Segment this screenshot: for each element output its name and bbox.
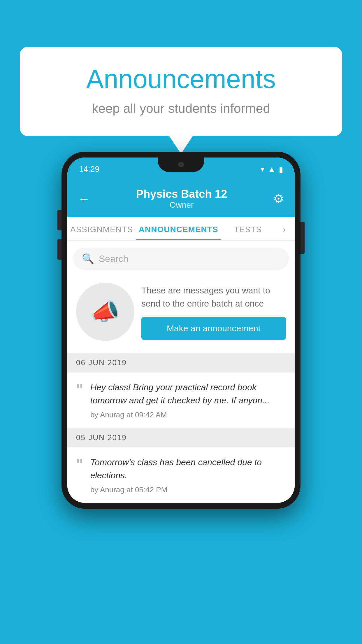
search-placeholder: Search [99, 253, 128, 264]
tabs-row: ASSIGNMENTS ANNOUNCEMENTS TESTS › [67, 217, 295, 241]
promo-right: These are messages you want to send to t… [141, 284, 286, 340]
date-header-2: 05 JUN 2019 [67, 428, 295, 447]
speech-bubble-container: Announcements keep all your students inf… [20, 47, 342, 154]
tab-announcements[interactable]: ANNOUNCEMENTS [136, 217, 221, 240]
promo-icon-circle: 📣 [76, 283, 134, 341]
header-title-block: Physics Batch 12 Owner [136, 188, 227, 210]
announcement-item-2[interactable]: " Tomorrow's class has been cancelled du… [67, 447, 295, 503]
speech-bubble: Announcements keep all your students inf… [20, 47, 342, 136]
status-time: 14:29 [79, 164, 99, 174]
camera-dot [178, 162, 184, 167]
status-bar: 14:29 ▾ ▲ ▮ [67, 158, 295, 181]
quote-icon-1: " [76, 382, 83, 397]
promo-block: 📣 These are messages you want to send to… [67, 277, 295, 353]
quote-icon-2: " [76, 457, 83, 472]
settings-icon[interactable]: ⚙ [273, 192, 284, 206]
search-bar[interactable]: 🔍 Search [73, 248, 289, 270]
notch [158, 158, 204, 172]
battery-icon: ▮ [279, 165, 283, 174]
make-announcement-button[interactable]: Make an announcement [141, 317, 286, 340]
announcement-meta-2: by Anurag at 05:42 PM [90, 485, 286, 494]
speech-bubble-subtitle: keep all your students informed [43, 101, 319, 116]
tab-assignments[interactable]: ASSIGNMENTS [67, 217, 136, 240]
phone-outer: 14:29 ▾ ▲ ▮ ← Physics Batch 12 Owner ⚙ [61, 152, 301, 509]
announcement-content-1: Hey class! Bring your practical record b… [90, 381, 286, 419]
announcement-meta-1: by Anurag at 09:42 AM [90, 410, 286, 419]
search-icon: 🔍 [82, 253, 94, 265]
power-button[interactable] [301, 222, 305, 254]
announcement-text-1: Hey class! Bring your practical record b… [90, 381, 286, 407]
wifi-icon: ▾ [261, 165, 264, 174]
speech-bubble-title: Announcements [43, 64, 319, 94]
status-icons: ▾ ▲ ▮ [261, 165, 283, 174]
phone-screen: 14:29 ▾ ▲ ▮ ← Physics Batch 12 Owner ⚙ [67, 158, 295, 503]
batch-title: Physics Batch 12 [136, 188, 227, 200]
megaphone-icon: 📣 [91, 298, 120, 326]
tab-more[interactable]: › [275, 217, 295, 240]
announcement-content-2: Tomorrow's class has been cancelled due … [90, 456, 286, 494]
announcement-item-1[interactable]: " Hey class! Bring your practical record… [67, 372, 295, 428]
phone-container: 14:29 ▾ ▲ ▮ ← Physics Batch 12 Owner ⚙ [61, 152, 301, 509]
announcement-text-2: Tomorrow's class has been cancelled due … [90, 456, 286, 482]
promo-description: These are messages you want to send to t… [141, 284, 286, 310]
volume-up-button[interactable] [57, 210, 61, 230]
app-header: ← Physics Batch 12 Owner ⚙ [67, 181, 295, 217]
signal-icon: ▲ [268, 165, 275, 174]
batch-role: Owner [136, 200, 227, 210]
back-button[interactable]: ← [78, 192, 90, 206]
tab-tests[interactable]: TESTS [221, 217, 275, 240]
volume-down-button[interactable] [57, 239, 61, 260]
date-header-1: 06 JUN 2019 [67, 353, 295, 372]
speech-bubble-tail [169, 136, 193, 154]
